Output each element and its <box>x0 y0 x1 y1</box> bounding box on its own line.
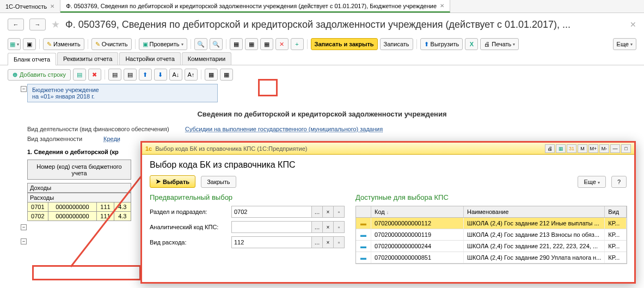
income-label: Доходы <box>28 183 131 193</box>
forward-button[interactable]: → <box>29 19 46 30</box>
tool4-icon[interactable]: ✕ <box>275 38 289 50</box>
grid-row[interactable]: ▬ 07020000000000112 ШКОЛА (2,4) Гос зада… <box>356 218 627 229</box>
account-header-table: Номер (код) счета бюджетного учета <box>27 160 131 180</box>
m-button[interactable]: M <box>578 144 587 153</box>
close-icon[interactable]: ✕ <box>50 3 54 9</box>
tab-1c-reporting[interactable]: 1С-Отчетность ✕ <box>0 0 60 13</box>
tab-requisites[interactable]: Реквизиты отчета <box>57 52 118 65</box>
row-tool4-icon[interactable]: ▤ <box>124 69 137 81</box>
save-close-button[interactable]: Записать и закрыть <box>311 38 378 50</box>
check-button[interactable]: ▣Проверить▾ <box>139 38 187 50</box>
expense-type-input[interactable] <box>231 236 312 248</box>
open-icon[interactable]: ▫ <box>334 236 345 248</box>
income-row: Доходы <box>27 183 131 193</box>
table-row[interactable]: 0702 0000000000 111 4.3 <box>28 212 131 221</box>
m-plus-button[interactable]: M+ <box>588 144 598 153</box>
grid-header-kind[interactable]: Вид <box>605 206 627 217</box>
tree-toggle-icon[interactable]: − <box>21 224 27 230</box>
clear-icon[interactable]: × <box>323 206 334 218</box>
grid-row[interactable]: ▬ 07020000000000119 ШКОЛА (2,4) Гос зада… <box>356 229 627 241</box>
grid-header-code[interactable]: Код ↓ <box>371 206 464 217</box>
tab-settings[interactable]: Настройки отчета <box>119 52 180 65</box>
modal-kps-selector: 1c Выбор кода БК из справочника КПС (1С:… <box>140 141 636 284</box>
grid-header-name[interactable]: Наименование <box>464 206 605 217</box>
tab-form-0503769[interactable]: Ф. 0503769, Сведения по дебиторской и кр… <box>60 0 450 13</box>
export-button[interactable]: ⬆Выгрузить <box>420 38 463 50</box>
close-icon[interactable]: ✕ <box>630 20 636 29</box>
activity-label: Вид деятельности (вид финансового обеспе… <box>27 126 180 132</box>
grid-row[interactable]: ▬ 07020000000000244 ШКОЛА (2,4) Гос зада… <box>356 241 627 252</box>
excel-icon[interactable]: X <box>465 38 478 50</box>
row-marker-icon: ▬ <box>356 229 371 240</box>
add-row-button[interactable]: ⊕Добавить строку <box>8 69 71 81</box>
tool3-icon[interactable]: ▦ <box>260 38 273 50</box>
analytic-input[interactable] <box>231 221 312 233</box>
tab-blank[interactable]: Бланк отчета <box>8 53 56 65</box>
account-header: Номер (код) счета бюджетного учета <box>28 160 131 180</box>
tool2-icon[interactable]: ▦ <box>245 38 258 50</box>
clear-icon[interactable]: × <box>323 236 334 248</box>
row-tool3-icon[interactable]: ▤ <box>108 69 121 81</box>
tab-label: Ф. 0503769, Сведения по дебиторской и кр… <box>66 3 437 9</box>
move-up-icon[interactable]: ⬆ <box>139 69 152 81</box>
open-icon[interactable]: ▫ <box>334 221 345 233</box>
modal-titlebar: 1c Выбор кода БК из справочника КПС (1С:… <box>142 143 634 155</box>
tree-toggle-icon[interactable]: − <box>21 238 27 244</box>
activity-value[interactable]: Субсидии на выполнение государственного … <box>185 126 383 132</box>
section-input[interactable] <box>231 206 312 218</box>
sub-tabs: Бланк отчета Реквизиты отчета Настройки … <box>0 52 644 65</box>
row-tool1-icon[interactable]: ▤ <box>73 69 86 81</box>
grid-icon[interactable]: ▦ <box>556 144 566 153</box>
ellipsis-icon[interactable]: … <box>312 236 323 248</box>
m-minus-button[interactable]: M- <box>599 144 609 153</box>
page-header: ← → ★ Ф. 0503769, Сведения по дебиторско… <box>0 13 644 36</box>
tab-comments[interactable]: Комментарии <box>182 52 231 65</box>
new-icon[interactable]: ▦▾ <box>8 38 21 50</box>
debt-label: Вид задолженности <box>27 136 98 142</box>
expense-label: Расходы <box>28 193 131 203</box>
main-toolbar: ▦▾ ▣ ✎Изменить ✎Очистить ▣Проверить▾ 🔍 🔍… <box>0 36 644 52</box>
tree-toggle-icon[interactable]: − <box>21 86 27 92</box>
minimize-icon[interactable]: — <box>610 144 620 153</box>
sort-asc-icon[interactable]: A↓ <box>169 69 182 81</box>
tool5-icon[interactable]: + <box>291 38 304 50</box>
grid-header-icon[interactable] <box>356 206 371 217</box>
close-icon[interactable]: □ <box>621 144 631 153</box>
table-row[interactable]: 0701 0000000000 111 4.3 <box>28 203 131 212</box>
expense-table: Расходы 0701 0000000000 111 4.3 0702 000… <box>27 193 131 221</box>
zoom-icon[interactable]: 🔍 <box>194 38 207 50</box>
org-date: на «01» января 2018 г. <box>32 93 213 100</box>
delete-row-icon[interactable]: ✖ <box>88 69 101 81</box>
print-button[interactable]: 🖨Печать▾ <box>480 38 519 50</box>
row-tool10-icon[interactable]: ▦ <box>220 69 233 81</box>
calendar-icon[interactable]: 31 <box>567 144 576 153</box>
row-tool9-icon[interactable]: ▦ <box>205 69 218 81</box>
back-button[interactable]: ← <box>8 19 24 30</box>
close-icon[interactable]: ✕ <box>440 3 444 9</box>
more-button[interactable]: Еще▾ <box>613 38 636 50</box>
preselect-header: Предварительный выбор <box>150 193 345 201</box>
copy-icon[interactable]: ▣ <box>23 38 36 50</box>
more-button[interactable]: Еще ▾ <box>578 176 605 188</box>
star-icon[interactable]: ★ <box>51 19 60 30</box>
sort-desc-icon[interactable]: A↑ <box>185 69 198 81</box>
save-button[interactable]: Записать <box>380 38 413 50</box>
help-button[interactable]: ? <box>611 176 627 188</box>
edit-button[interactable]: ✎Изменить <box>43 38 84 50</box>
ellipsis-icon[interactable]: … <box>312 206 323 218</box>
open-icon[interactable]: ▫ <box>334 206 345 218</box>
tab-label: 1С-Отчетность <box>5 3 47 10</box>
ellipsis-icon[interactable]: … <box>312 221 323 233</box>
move-down-icon[interactable]: ⬇ <box>154 69 167 81</box>
print-icon[interactable]: 🖨 <box>545 144 555 153</box>
clear-icon[interactable]: × <box>323 221 334 233</box>
close-button[interactable]: Закрыть <box>201 176 236 188</box>
tool1-icon[interactable]: ▦ <box>230 38 243 50</box>
grid-row[interactable]: ▬ 07020000000000851 ШКОЛА (2,4) Гос зада… <box>356 252 627 264</box>
clear-button[interactable]: ✎Очистить <box>91 38 132 50</box>
document-title: Сведения по дебиторской и кредиторской з… <box>27 110 617 118</box>
select-button[interactable]: ➤Выбрать <box>150 175 195 188</box>
zoom2-icon[interactable]: 🔍 <box>210 38 223 50</box>
debt-value[interactable]: Креди <box>103 136 120 142</box>
row-marker-icon: ▬ <box>356 218 371 229</box>
